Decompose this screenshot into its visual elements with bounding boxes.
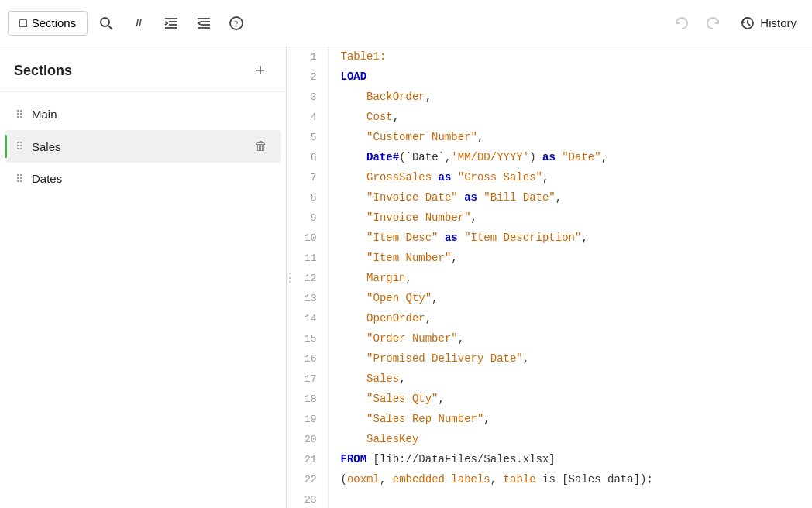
code-line[interactable]: "Sales Rep Number", bbox=[328, 409, 812, 429]
table-row: 8 "Invoice Date" as "Bill Date", bbox=[293, 187, 812, 208]
code-line[interactable]: LOAD bbox=[328, 67, 812, 87]
redo-button[interactable] bbox=[700, 9, 728, 37]
code-line[interactable]: Cost, bbox=[328, 107, 812, 127]
code-line[interactable]: "Customer Number", bbox=[328, 127, 812, 147]
table-row: 23 bbox=[293, 489, 812, 508]
table-row: 14 OpenOrder, bbox=[293, 308, 812, 328]
table-row: 18 "Sales Qty", bbox=[293, 389, 812, 409]
svg-point-0 bbox=[101, 18, 109, 26]
sections-panel-icon: □ bbox=[19, 16, 27, 30]
table-row: 4 Cost, bbox=[293, 107, 812, 127]
table-row: 10 "Item Desc" as "Item Description", bbox=[293, 228, 812, 248]
code-line[interactable]: Table1: bbox=[328, 46, 812, 67]
code-table: 1 Table1: 2 LOAD 3 BackOrder, 4 Cost, 5 bbox=[293, 46, 812, 508]
code-line[interactable]: "Invoice Number", bbox=[328, 208, 812, 228]
table-row: 17 Sales, bbox=[293, 369, 812, 389]
comment-icon: // bbox=[136, 17, 142, 29]
outdent-icon bbox=[196, 15, 212, 31]
code-line[interactable]: Date#(`Date`,'MM/DD/YYYY') as "Date", bbox=[328, 147, 812, 167]
table-row: 7 GrossSales as "Gross Sales", bbox=[293, 167, 812, 187]
redo-icon bbox=[706, 15, 721, 31]
table-row: 2 LOAD bbox=[293, 67, 812, 87]
drag-handle-main: ⠿ bbox=[15, 109, 24, 120]
line-number: 5 bbox=[293, 127, 328, 147]
line-number: 13 bbox=[293, 288, 328, 308]
undo-button[interactable] bbox=[667, 9, 695, 37]
table-row: 13 "Open Qty", bbox=[293, 288, 812, 308]
line-number: 4 bbox=[293, 107, 328, 127]
code-line[interactable]: "Item Desc" as "Item Description", bbox=[328, 228, 812, 248]
line-number: 23 bbox=[293, 489, 328, 508]
sidebar-item-main-label: Main bbox=[32, 108, 270, 121]
drag-handle-sales: ⠿ bbox=[15, 141, 24, 152]
toolbar-left: □ Sections // bbox=[8, 9, 250, 37]
history-button[interactable]: History bbox=[732, 11, 804, 36]
table-row: 3 BackOrder, bbox=[293, 87, 812, 107]
help-icon: ? bbox=[229, 15, 244, 31]
indent-button[interactable] bbox=[157, 9, 185, 37]
line-number: 21 bbox=[293, 449, 328, 469]
table-row: 21 FROM [lib://DataFiles/Sales.xlsx] bbox=[293, 449, 812, 469]
table-row: 19 "Sales Rep Number", bbox=[293, 409, 812, 429]
code-line[interactable]: "Promised Delivery Date", bbox=[328, 348, 812, 369]
table-row: 20 SalesKey bbox=[293, 429, 812, 449]
line-number: 16 bbox=[293, 348, 328, 369]
code-line[interactable]: Margin, bbox=[328, 268, 812, 288]
comment-button[interactable]: // bbox=[125, 9, 153, 37]
code-line[interactable]: "Invoice Date" as "Bill Date", bbox=[328, 187, 812, 208]
code-line[interactable]: BackOrder, bbox=[328, 87, 812, 107]
code-line[interactable]: (ooxml, embedded labels, table is [Sales… bbox=[328, 469, 812, 489]
line-number: 10 bbox=[293, 228, 328, 248]
code-line[interactable]: FROM [lib://DataFiles/Sales.xlsx] bbox=[328, 449, 812, 469]
drag-handle-dates: ⠿ bbox=[15, 173, 24, 184]
add-section-button[interactable]: + bbox=[249, 59, 272, 82]
code-line[interactable]: "Sales Qty", bbox=[328, 389, 812, 409]
table-row: 1 Table1: bbox=[293, 46, 812, 67]
table-row: 5 "Customer Number", bbox=[293, 127, 812, 147]
code-line[interactable] bbox=[328, 489, 812, 508]
line-number: 6 bbox=[293, 147, 328, 167]
editor-area[interactable]: 1 Table1: 2 LOAD 3 BackOrder, 4 Cost, 5 bbox=[293, 46, 812, 508]
code-line[interactable]: GrossSales as "Gross Sales", bbox=[328, 167, 812, 187]
resize-handle[interactable] bbox=[287, 46, 293, 508]
sidebar-item-dates[interactable]: ⠿ Dates bbox=[5, 164, 281, 193]
sidebar-item-sales[interactable]: ⠿ Sales 🗑 bbox=[5, 130, 281, 163]
table-row: 22 (ooxml, embedded labels, table is [Sa… bbox=[293, 469, 812, 489]
line-number: 2 bbox=[293, 67, 328, 87]
line-number: 15 bbox=[293, 328, 328, 348]
table-row: 15 "Order Number", bbox=[293, 328, 812, 348]
search-button[interactable] bbox=[92, 9, 120, 37]
indent-icon bbox=[163, 15, 179, 31]
code-line[interactable]: "Open Qty", bbox=[328, 288, 812, 308]
toolbar-right: History bbox=[667, 9, 804, 37]
sidebar: Sections + ⠿ Main ⠿ Sales 🗑 ⠿ Dates bbox=[0, 46, 287, 508]
history-button-label: History bbox=[760, 16, 797, 29]
main-area: Sections + ⠿ Main ⠿ Sales 🗑 ⠿ Dates bbox=[0, 46, 812, 508]
line-number: 12 bbox=[293, 268, 328, 288]
code-line[interactable]: SalesKey bbox=[328, 429, 812, 449]
table-row: 11 "Item Number", bbox=[293, 248, 812, 268]
sidebar-item-sales-label: Sales bbox=[32, 140, 252, 153]
sections-button[interactable]: □ Sections bbox=[8, 11, 88, 36]
line-number: 18 bbox=[293, 389, 328, 409]
delete-sales-button[interactable]: 🗑 bbox=[252, 138, 270, 155]
undo-icon bbox=[673, 15, 689, 31]
line-number: 1 bbox=[293, 46, 328, 67]
help-button[interactable]: ? bbox=[222, 9, 250, 37]
add-icon: + bbox=[256, 62, 266, 79]
table-row: 6 Date#(`Date`,'MM/DD/YYYY') as "Date", bbox=[293, 147, 812, 167]
code-line[interactable]: Sales, bbox=[328, 369, 812, 389]
toolbar: □ Sections // bbox=[0, 0, 812, 46]
line-number: 11 bbox=[293, 248, 328, 268]
code-line[interactable]: "Item Number", bbox=[328, 248, 812, 268]
sidebar-item-main[interactable]: ⠿ Main bbox=[5, 100, 281, 129]
sections-button-label: Sections bbox=[32, 16, 77, 29]
sidebar-items-list: ⠿ Main ⠿ Sales 🗑 ⠿ Dates bbox=[0, 92, 286, 508]
sidebar-header: Sections + bbox=[0, 46, 286, 92]
code-line[interactable]: "Order Number", bbox=[328, 328, 812, 348]
line-number: 9 bbox=[293, 208, 328, 228]
code-line[interactable]: OpenOrder, bbox=[328, 308, 812, 328]
line-number: 3 bbox=[293, 87, 328, 107]
line-number: 17 bbox=[293, 369, 328, 389]
outdent-button[interactable] bbox=[190, 9, 218, 37]
